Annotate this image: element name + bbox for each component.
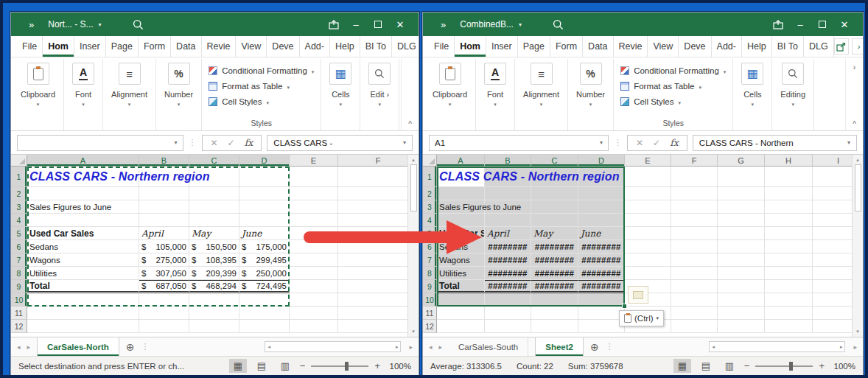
cell-B7[interactable]: $275,000 <box>139 253 189 267</box>
menu-tab-deve[interactable]: Deve <box>679 36 711 57</box>
cell-B12[interactable] <box>139 320 189 333</box>
cell-A4[interactable] <box>437 214 485 227</box>
collapse-ribbon-button[interactable]: ^ <box>853 120 856 128</box>
cell-E3[interactable] <box>290 200 338 214</box>
menu-tab-revie[interactable]: Revie <box>614 36 648 57</box>
cell-C5[interactable]: May <box>189 227 239 240</box>
cell-G7[interactable] <box>718 253 765 267</box>
vertical-scrollbar[interactable]: ▴▾ <box>407 155 419 337</box>
cell-G2[interactable] <box>718 187 765 200</box>
ribbon-group-clipboard[interactable]: Clipboard ▾ <box>13 59 64 130</box>
cell-C8[interactable]: ######## <box>531 267 578 280</box>
cell-B4[interactable] <box>139 214 189 227</box>
ribbon-scroll-icon[interactable]: › <box>387 90 390 99</box>
cell-F7[interactable] <box>338 253 419 267</box>
collapse-ribbon-button[interactable]: ^ <box>408 120 412 128</box>
cell-A4[interactable] <box>27 214 139 227</box>
cell-A2[interactable] <box>437 187 485 200</box>
cell-A1[interactable]: CLASS CARS - Northern region <box>437 167 485 187</box>
cell-H4[interactable] <box>765 214 813 227</box>
cell-F5[interactable] <box>671 227 718 240</box>
cell-F5[interactable] <box>338 227 419 240</box>
chevron-down-icon[interactable]: ▾ <box>175 139 178 146</box>
formula-bar[interactable]: CLASS CARS - Northern ▾ <box>693 135 857 151</box>
row-header-7[interactable]: 7 <box>11 253 27 267</box>
insert-function-icon[interactable]: fx <box>245 137 253 148</box>
cell-E1[interactable] <box>625 167 671 187</box>
zoom-in-button[interactable]: + <box>374 360 380 371</box>
column-header-F[interactable]: F <box>671 155 718 167</box>
cell-C9[interactable]: $468,294 <box>189 280 239 293</box>
cell-F3[interactable] <box>671 200 718 214</box>
select-all-corner[interactable] <box>11 155 27 167</box>
cell-F11[interactable] <box>671 307 718 320</box>
page-layout-view-button[interactable]: ▤ <box>697 359 715 373</box>
cell-C4[interactable] <box>189 214 239 227</box>
cell-A5[interactable]: Used Car Sales <box>27 227 139 240</box>
row-header-6[interactable]: 6 <box>11 240 27 253</box>
scroll-left-icon[interactable]: ◂ <box>267 344 270 350</box>
cell-C3[interactable] <box>189 200 239 214</box>
zoom-in-button[interactable]: + <box>819 360 825 371</box>
name-box[interactable]: ▾ <box>17 135 183 151</box>
menu-tab-hom[interactable]: Hom <box>455 36 486 57</box>
cell-A2[interactable] <box>27 187 139 200</box>
cell-H10[interactable] <box>765 293 813 307</box>
row-header-2[interactable]: 2 <box>423 187 437 200</box>
row-header-8[interactable]: 8 <box>423 267 437 280</box>
horizontal-scrollbar[interactable]: ◂ ▸ <box>265 341 401 352</box>
cell-D9[interactable]: ######## <box>578 280 625 293</box>
cell-A10[interactable] <box>437 293 485 307</box>
cell-F4[interactable] <box>671 214 718 227</box>
cell-C5[interactable]: May <box>531 227 578 240</box>
row-header-3[interactable]: 3 <box>11 200 27 214</box>
cell-A8[interactable]: Utilities <box>437 267 485 280</box>
menu-tab-data[interactable]: Data <box>583 36 613 57</box>
cell-G5[interactable] <box>718 227 765 240</box>
cell-E8[interactable] <box>290 267 338 280</box>
chevron-down-icon[interactable]: ▾ <box>403 139 406 146</box>
cell-C6[interactable]: $150,500 <box>189 240 239 253</box>
ribbon-group-font[interactable]: A Font ▾ <box>64 59 103 130</box>
cell-E11[interactable] <box>290 307 338 320</box>
cell-A3[interactable]: Sales Figures to June <box>27 200 139 214</box>
sheet-nav-right-icon[interactable]: ▸ <box>439 343 443 351</box>
cell-B4[interactable] <box>485 214 531 227</box>
page-layout-view-button[interactable]: ▤ <box>253 359 270 373</box>
cell-D12[interactable] <box>239 320 290 333</box>
ribbon-display-options-icon[interactable] <box>323 13 345 36</box>
cell-F7[interactable] <box>671 253 718 267</box>
column-header-A[interactable]: A <box>27 155 139 167</box>
row-header-12[interactable]: 12 <box>423 320 437 333</box>
cell-A1[interactable]: CLASS CARS - Northern region <box>27 167 139 187</box>
row-header-8[interactable]: 8 <box>11 267 27 280</box>
scroll-right-icon[interactable]: ▸ <box>840 344 843 350</box>
cell-A7[interactable]: Wagons <box>437 253 485 267</box>
comments-overflow-button[interactable]: › <box>852 38 864 55</box>
row-header-11[interactable]: 11 <box>11 307 27 320</box>
cell-B6[interactable]: $105,000 <box>139 240 189 253</box>
paste-options-button[interactable]: (Ctrl)▾ <box>619 310 664 326</box>
menu-tab-file[interactable]: File <box>429 36 455 57</box>
cell-A6[interactable]: Sedans <box>437 240 485 253</box>
cell-E5[interactable] <box>625 227 671 240</box>
cell-B7[interactable]: ######## <box>485 253 531 267</box>
enter-icon[interactable]: ✓ <box>228 138 235 148</box>
cell-D6[interactable]: $175,000 <box>239 240 290 253</box>
column-header-E[interactable]: E <box>290 155 338 167</box>
cell-D2[interactable] <box>578 187 625 200</box>
ribbon-group-alignment[interactable]: ≡ Alignment ▾ <box>103 59 156 130</box>
menu-tab-bi-to[interactable]: BI To <box>360 36 392 57</box>
scroll-down-icon[interactable]: ▾ <box>412 329 415 335</box>
cell-E2[interactable] <box>625 187 671 200</box>
row-header-10[interactable]: 10 <box>11 293 27 307</box>
cell-B11[interactable] <box>139 307 189 320</box>
cell-C8[interactable]: $209,399 <box>189 267 239 280</box>
cell-C11[interactable] <box>189 307 239 320</box>
cell-E4[interactable] <box>625 214 671 227</box>
row-header-7[interactable]: 7 <box>423 253 437 267</box>
cell-E6[interactable] <box>625 240 671 253</box>
window-title-area[interactable]: CombinedB... ▾ <box>460 19 522 29</box>
zoom-out-button[interactable]: − <box>300 360 306 371</box>
format-as-table-button[interactable]: Format as Table ▾ <box>620 78 726 94</box>
